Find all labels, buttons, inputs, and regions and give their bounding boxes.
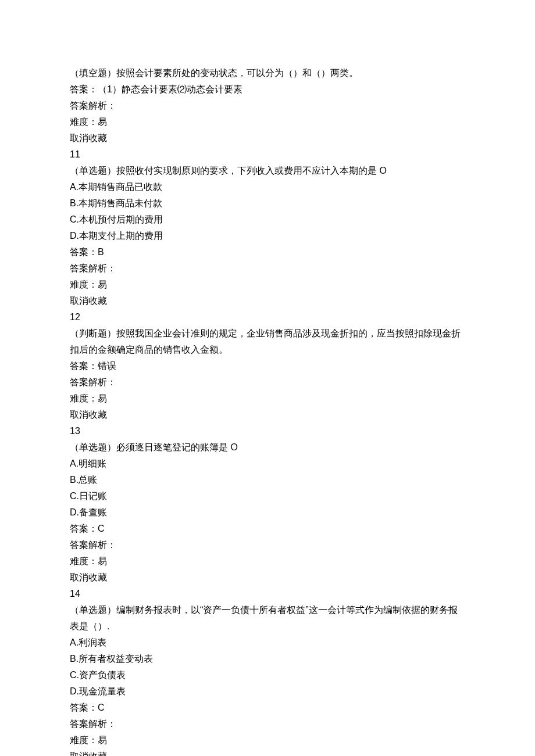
document-page: （填空题）按照会计要素所处的变动状态，可以分为（）和（）两类。 答案：（1）静态… [0,0,535,756]
option-c: C.资产负债表 [70,667,465,683]
answer-line: 答案：错误 [70,358,465,374]
question-number: 13 [70,423,465,439]
question-stem: （单选题）必须逐日逐笔登记的账簿是 O [70,439,465,456]
option-c: C.日记账 [70,488,465,504]
analysis-line: 答案解析： [70,537,465,553]
analysis-line: 答案解析： [70,374,465,390]
favorite-toggle[interactable]: 取消收藏 [70,407,465,423]
option-a: A.利润表 [70,635,465,651]
option-a: A.明细账 [70,456,465,472]
difficulty-line: 难度：易 [70,553,465,569]
option-d: D.本期支付上期的费用 [70,228,465,244]
question-number: 14 [70,586,465,602]
analysis-line: 答案解析： [70,716,465,732]
difficulty-line: 难度：易 [70,114,465,130]
favorite-toggle[interactable]: 取消收藏 [70,130,465,146]
question-stem: （判断题）按照我国企业会计准则的规定，企业销售商品涉及现金折扣的，应当按照扣除现… [70,325,465,358]
question-stem: （单选题）按照收付实现制原则的要求，下列收入或费用不应计入本期的是 O [70,163,465,179]
difficulty-line: 难度：易 [70,732,465,748]
question-stem: （单选题）编制财务报表时，以“资产一负债十所有者权益”这一会计等式作为编制依据的… [70,602,465,635]
answer-line: 答案：B [70,244,465,260]
favorite-toggle[interactable]: 取消收藏 [70,569,465,586]
option-d: D.备查账 [70,504,465,521]
answer-line: 答案：（1）静态会计要素⑵动态会计要素 [70,81,465,98]
analysis-line: 答案解析： [70,98,465,114]
answer-line: 答案：C [70,521,465,537]
question-number: 11 [70,146,465,163]
favorite-toggle[interactable]: 取消收藏 [70,748,465,756]
option-b: B.总账 [70,472,465,488]
favorite-toggle[interactable]: 取消收藏 [70,293,465,309]
difficulty-line: 难度：易 [70,390,465,407]
option-b: B.所有者权益变动表 [70,651,465,667]
option-a: A.本期销售商品已收款 [70,179,465,195]
answer-line: 答案：C [70,700,465,716]
question-stem: （填空题）按照会计要素所处的变动状态，可以分为（）和（）两类。 [70,65,465,81]
question-number: 12 [70,309,465,325]
option-c: C.本机预付后期的费用 [70,212,465,228]
option-b: B.本期销售商品未付款 [70,195,465,212]
option-d: D.现金流量表 [70,683,465,700]
analysis-line: 答案解析： [70,260,465,277]
difficulty-line: 难度：易 [70,277,465,293]
